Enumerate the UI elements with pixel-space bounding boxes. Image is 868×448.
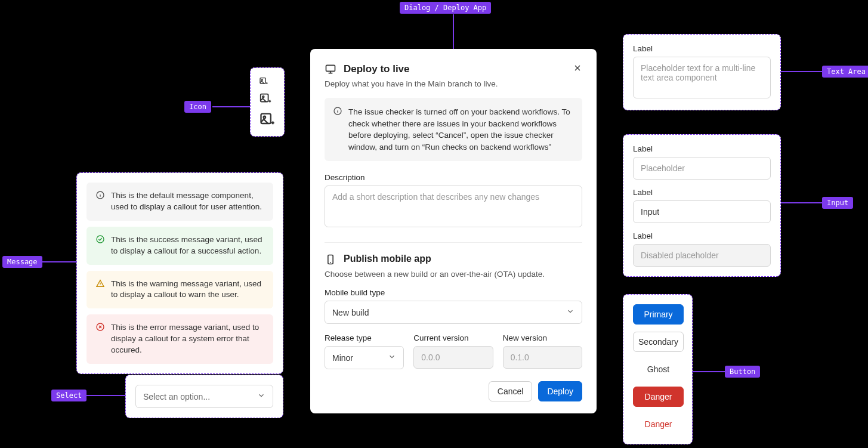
message-success: This is the success message variant, use…	[87, 227, 273, 265]
annotation-line	[84, 395, 125, 396]
annotation-line	[693, 371, 725, 372]
buttons-panel: Primary Secondary Ghost Danger Danger	[623, 294, 693, 444]
primary-button[interactable]: Primary	[633, 304, 684, 325]
current-version-label: Current version	[413, 333, 493, 342]
deploy-button[interactable]: Deploy	[538, 381, 582, 401]
icon-panel	[250, 67, 285, 137]
select-panel: Select an option...	[125, 375, 283, 418]
textarea-panel: Label	[623, 34, 781, 110]
release-label: Release type	[325, 333, 404, 342]
annotation-line	[38, 261, 76, 262]
chevron-down-icon	[257, 391, 265, 401]
annotation-dialog: Dialog / Deploy App	[400, 2, 491, 14]
buildtype-value: New build	[332, 308, 369, 317]
info-icon	[95, 190, 105, 200]
message-default: This is the default message component, u…	[87, 183, 273, 221]
svg-point-8	[264, 116, 266, 119]
monitor-icon	[325, 63, 336, 77]
input-disabled	[633, 244, 771, 267]
select-example[interactable]: Select an option...	[135, 385, 273, 408]
buildtype-label: Mobile build type	[325, 288, 582, 297]
message-text: This is the default message component, u…	[111, 190, 264, 213]
annotation-button: Button	[725, 366, 760, 378]
chevron-down-icon	[388, 353, 396, 363]
release-value: Minor	[332, 353, 353, 363]
svg-point-6	[262, 96, 264, 98]
input-filled[interactable]	[633, 200, 771, 223]
mobile-icon	[325, 254, 336, 267]
info-text: The issue checker is turned off on your …	[348, 107, 570, 152]
annotation-line	[781, 71, 822, 72]
ghost-button[interactable]: Ghost	[633, 359, 684, 379]
release-select[interactable]: Minor	[325, 346, 404, 369]
info-icon	[333, 106, 342, 116]
annotation-input: Input	[822, 197, 853, 209]
annotation-line	[781, 202, 822, 203]
input-placeholder[interactable]	[633, 157, 771, 180]
separator	[325, 242, 582, 243]
annotation-line	[453, 14, 454, 49]
message-error: This is the error message variant, used …	[87, 314, 273, 364]
message-panel: This is the default message component, u…	[76, 172, 283, 374]
svg-point-10	[97, 236, 104, 243]
check-circle-icon	[95, 234, 105, 244]
close-icon[interactable]	[573, 63, 582, 75]
warning-triangle-icon	[95, 279, 105, 288]
textarea-example[interactable]	[633, 57, 771, 98]
x-circle-icon	[95, 322, 105, 332]
mobile-title: Publish mobile app	[344, 254, 582, 264]
image-plus-icon	[259, 76, 276, 86]
mobile-sub: Choose between a new build or an over-th…	[325, 270, 582, 279]
description-textarea[interactable]	[325, 186, 582, 227]
input-label: Label	[633, 231, 771, 240]
info-callout: The issue checker is turned off on your …	[325, 98, 582, 161]
svg-point-4	[261, 79, 262, 81]
message-warning: This is the warning message variant, use…	[87, 271, 273, 309]
new-version-label: New version	[503, 333, 582, 342]
image-plus-icon	[259, 92, 276, 105]
annotation-textarea: Text Area	[822, 66, 868, 78]
new-version-input	[503, 346, 582, 369]
input-label: Label	[633, 144, 771, 153]
annotation-message: Message	[2, 256, 42, 268]
inputs-panel: Label Label Label	[623, 134, 781, 277]
dialog-title: Deploy to live	[344, 63, 566, 75]
annotation-select: Select	[51, 390, 87, 401]
cancel-button[interactable]: Cancel	[489, 381, 533, 401]
select-placeholder: Select an option...	[143, 392, 210, 401]
input-label: Label	[633, 188, 771, 197]
danger-button[interactable]: Danger	[633, 387, 684, 407]
message-text: This is the error message variant, used …	[111, 322, 264, 356]
svg-rect-0	[326, 65, 335, 71]
dialog-subtitle: Deploy what you have in the Main branch …	[325, 79, 582, 88]
image-plus-icon	[259, 111, 276, 128]
secondary-button[interactable]: Secondary	[633, 332, 684, 352]
danger-ghost-button[interactable]: Danger	[633, 414, 684, 434]
message-text: This is the warning message variant, use…	[111, 279, 264, 301]
textarea-label: Label	[633, 44, 771, 53]
buildtype-select[interactable]: New build	[325, 301, 582, 324]
chevron-down-icon	[566, 307, 574, 317]
annotation-line	[212, 106, 250, 107]
deploy-dialog: Deploy to live Deploy what you have in t…	[310, 49, 597, 413]
description-label: Description	[325, 173, 582, 182]
annotation-icon: Icon	[184, 101, 211, 113]
message-text: This is the success message variant, use…	[111, 234, 264, 257]
current-version-input	[413, 346, 493, 369]
